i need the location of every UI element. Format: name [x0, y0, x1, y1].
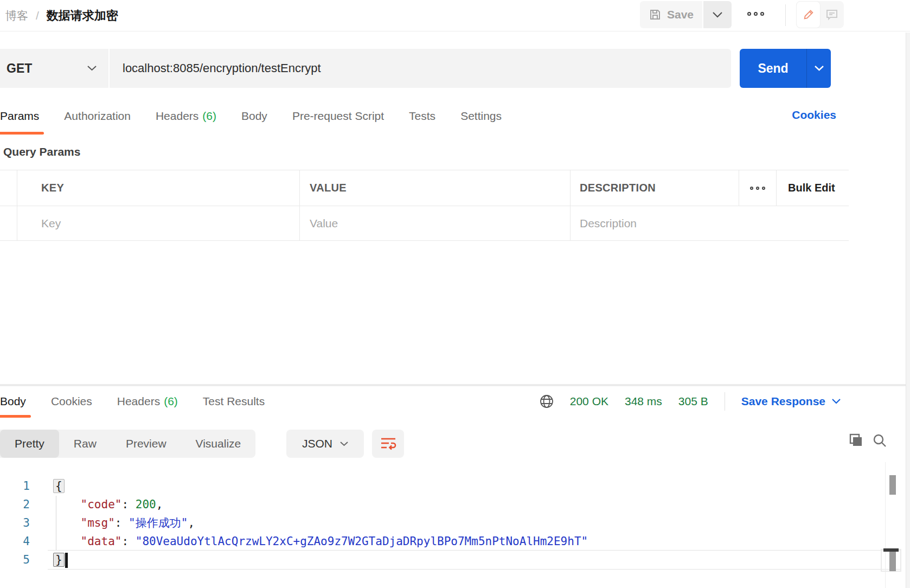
send-button[interactable]: Send — [740, 49, 807, 88]
current-line-border-bottom — [48, 569, 901, 570]
more-actions-button[interactable] — [747, 12, 764, 16]
param-value-input[interactable]: Value — [300, 206, 571, 240]
chevron-down-icon — [815, 66, 824, 71]
description-column-header: DESCRIPTION — [571, 170, 739, 206]
breadcrumb-collection[interactable]: 博客 — [5, 8, 28, 23]
copy-response-button[interactable] — [848, 433, 863, 448]
code-line-content: "code": 200, — [30, 495, 163, 514]
key-placeholder: Key — [41, 217, 61, 230]
request-header-bar: 博客 / 数据请求加密 Save — [0, 0, 910, 31]
token-number: 200 — [136, 498, 156, 511]
copy-icon — [848, 433, 863, 448]
send-button-group: Send — [740, 49, 831, 88]
save-options-button[interactable] — [703, 1, 732, 28]
tab-authorization[interactable]: Authorization — [64, 98, 131, 135]
edit-documentation-button[interactable] — [796, 1, 821, 28]
active-tab-indicator — [0, 132, 44, 135]
three-dots-icon — [750, 187, 765, 190]
globe-icon[interactable] — [540, 394, 554, 408]
row-select-cell[interactable] — [0, 206, 17, 240]
tab-label: Test Results — [203, 395, 265, 408]
tab-params[interactable]: Params — [0, 98, 39, 135]
tab-label: Settings — [460, 110, 502, 123]
description-column-label: DESCRIPTION — [580, 182, 656, 194]
search-response-button[interactable] — [872, 433, 887, 448]
tab-body[interactable]: Body — [241, 98, 267, 135]
wrap-lines-button[interactable] — [372, 430, 404, 458]
text-cursor — [65, 553, 68, 568]
response-tab-test-results[interactable]: Test Results — [203, 385, 265, 418]
token-key: "data" — [81, 535, 122, 548]
response-status-code: 200 OK — [570, 395, 608, 408]
tab-tests[interactable]: Tests — [409, 98, 435, 135]
bulk-edit-button[interactable]: Bulk Edit — [777, 170, 849, 206]
response-tab-body[interactable]: Body — [0, 385, 26, 418]
param-key-input[interactable]: Key — [17, 206, 300, 240]
active-tab-indicator — [0, 415, 31, 418]
line-number: 3 — [0, 514, 30, 532]
token-plain — [53, 535, 81, 548]
value-column-header: VALUE — [300, 170, 571, 206]
line-number: 4 — [0, 532, 30, 551]
response-body-editor[interactable]: 1{2 "code": 200,3 "msg": "操作成功",4 "data"… — [0, 477, 901, 569]
response-format-select[interactable]: JSON — [286, 430, 364, 458]
send-options-button[interactable] — [807, 49, 831, 88]
request-url-value: localhost:8085/encryption/testEncrypt — [123, 61, 321, 75]
code-line-content: "data": "80VeaUdoYtlAcQrzwLY2xC+gZAo9z7W… — [30, 532, 588, 551]
floppy-disk-icon — [649, 8, 662, 21]
tab-settings[interactable]: Settings — [460, 98, 502, 135]
token-plain: , — [156, 498, 163, 511]
description-placeholder: Description — [580, 217, 637, 230]
editor-scrollbar-thumb-bottom[interactable] — [889, 552, 896, 571]
request-url-input[interactable]: localhost:8085/encryption/testEncrypt — [110, 49, 731, 88]
response-tab-headers[interactable]: Headers(6) — [117, 385, 178, 418]
breadcrumb-separator: / — [36, 9, 39, 22]
breadcrumb: 博客 / 数据请求加密 — [5, 0, 118, 31]
tab-label: Tests — [409, 110, 435, 123]
editor-scrollbar-thumb[interactable] — [889, 475, 896, 495]
view-mode-preview[interactable]: Preview — [111, 430, 181, 458]
request-tabs: ParamsAuthorizationHeaders(6)BodyPre-req… — [0, 98, 502, 135]
matched-bracket: } — [53, 553, 65, 567]
view-mode-raw[interactable]: Raw — [59, 430, 111, 458]
key-column-header: KEY — [17, 170, 300, 206]
right-sidebar-tray — [796, 1, 844, 28]
response-body-toolbar: PrettyRawPreviewVisualize JSON — [0, 430, 910, 458]
tab-label: Params — [0, 110, 39, 123]
comment-icon — [825, 8, 838, 21]
params-more-options-button[interactable] — [739, 170, 777, 206]
code-line-content: { — [30, 477, 65, 495]
tab-label: Body — [0, 395, 26, 408]
comments-button[interactable] — [821, 1, 843, 28]
save-button[interactable]: Save — [640, 1, 702, 28]
value-placeholder: Value — [310, 217, 338, 230]
param-description-input[interactable]: Description — [571, 206, 849, 240]
url-builder: GET localhost:8085/encryption/testEncryp… — [0, 49, 910, 88]
chevron-down-icon — [340, 442, 348, 446]
http-method-select[interactable]: GET — [0, 49, 108, 88]
tab-label: Cookies — [51, 395, 92, 408]
window-scrollbar-track[interactable] — [906, 33, 910, 588]
request-title[interactable]: 数据请求加密 — [47, 8, 118, 24]
cookies-link[interactable]: Cookies — [792, 98, 836, 132]
chevron-down-icon — [713, 12, 722, 18]
tab-pre-request-script[interactable]: Pre-request Script — [292, 98, 384, 135]
save-response-button[interactable]: Save Response — [741, 395, 841, 408]
view-mode-visualize[interactable]: Visualize — [181, 430, 256, 458]
response-view-mode-switch: PrettyRawPreviewVisualize — [0, 430, 255, 458]
response-tabs: BodyCookiesHeaders(6)Test Results — [0, 385, 265, 418]
token-plain: : — [121, 498, 135, 511]
params-header-row: KEY VALUE DESCRIPTION Bulk Edit — [0, 170, 849, 206]
tab-headers[interactable]: Headers(6) — [156, 98, 216, 135]
tab-label: Body — [241, 110, 267, 123]
params-empty-row: Key Value Description — [0, 206, 849, 241]
row-select-column-header — [0, 170, 17, 206]
code-line-4: 4 "data": "80VeaUdoYtlAcQrzwLY2xC+gZAo9z… — [0, 532, 901, 551]
chevron-down-icon — [87, 66, 97, 71]
token-plain: : — [115, 516, 129, 529]
postman-request-window: 博客 / 数据请求加密 Save — [0, 0, 910, 588]
view-mode-pretty[interactable]: Pretty — [0, 430, 59, 458]
tab-label: Headers — [156, 110, 198, 123]
pencil-icon — [803, 9, 815, 21]
response-tab-cookies[interactable]: Cookies — [51, 385, 92, 418]
